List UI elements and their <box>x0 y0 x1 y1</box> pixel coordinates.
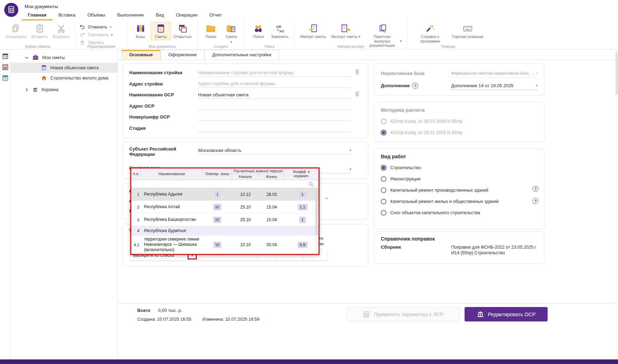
find-button[interactable]: Поиск <box>248 22 269 40</box>
question-icon[interactable]: ? <box>532 186 538 192</box>
subject-select[interactable]: Московская область ▾ <box>198 146 351 154</box>
import-button[interactable]: Импорт сметы <box>298 22 328 40</box>
stage-input[interactable] <box>198 125 351 130</box>
ribbon-tab-vid[interactable]: Вид <box>150 11 170 20</box>
question-icon[interactable]: ? <box>532 198 538 204</box>
popup-search-input[interactable] <box>131 180 307 188</box>
radio-unselected-icon[interactable] <box>381 187 386 193</box>
strip-opened-button[interactable] <box>1 74 9 82</box>
chevron-down-icon[interactable]: ▾ <box>111 33 113 37</box>
stroyka-address-input[interactable] <box>198 81 351 86</box>
edit-osr-button[interactable]: Редактировать ОСР <box>465 307 548 321</box>
popup-scrollbar[interactable] <box>315 189 318 253</box>
tree-item-trash[interactable]: Корзина <box>11 84 118 95</box>
apply-params-button[interactable]: Применить параметры к ЛСР <box>346 307 460 321</box>
corrections-card: Справочник поправок Сборник Поправки для… <box>374 231 544 264</box>
chevron-down-icon[interactable]: ▾ <box>400 39 402 43</box>
radio-unselected-icon[interactable] <box>381 176 386 182</box>
work-option-stroitelstvo[interactable]: Строительство <box>381 165 538 171</box>
popup-row-altay[interactable]: 2 Республика Алтай IV 25.10 15.04 1.1 <box>131 201 319 213</box>
method-option-2[interactable]: 421/пр в ред. от 23.01.2025 N 30/пр <box>381 130 538 135</box>
folder-icon <box>206 24 216 33</box>
chevron-down-icon: ▾ <box>349 148 351 152</box>
radio-selected-icon[interactable] <box>381 165 386 171</box>
new-smeta-icon <box>226 24 236 33</box>
tab-dop-nastroyki[interactable]: Дополнительные настройки <box>204 50 279 60</box>
tree-item-new-object-smeta[interactable]: Новая объектная смета <box>11 63 118 73</box>
building-icon <box>477 311 484 318</box>
radio-selected-icon[interactable] <box>381 130 386 135</box>
stroyka-name-input[interactable] <box>198 70 351 75</box>
tree-root-my-smety[interactable]: Мои сметы <box>11 52 118 63</box>
ribbon-tab-operacii[interactable]: Операции <box>170 11 203 20</box>
work-option-rekonstrukciya[interactable]: Реконструкция <box>381 176 538 182</box>
ribbon-tab-vstavka[interactable]: Вставка <box>52 11 81 20</box>
ribbon-tab-otchet[interactable]: Отчет <box>203 11 228 20</box>
hotkeys-button[interactable]: Горячие клавиши <box>449 22 486 40</box>
strip-bases-button[interactable] <box>1 52 9 60</box>
replace-button[interactable]: AB AC Заменить <box>269 22 291 40</box>
export-button[interactable]: Экспорт сметы ▾ <box>328 22 363 40</box>
paperclip-icon[interactable] <box>354 69 361 76</box>
region-picker-popup: п.п. Наименование Темпер. зоны Расчетный… <box>130 167 320 255</box>
tab-osnovnye[interactable]: Основные <box>121 50 160 60</box>
popup-row-adygeya[interactable]: 1 Республика Адыгея I 10.12 28.02 1 <box>131 188 319 201</box>
paperclip-icon[interactable] <box>354 91 361 98</box>
ribbon-tab-glavnaya[interactable]: Главная <box>22 11 52 20</box>
opened-button[interactable]: Открытые <box>171 22 194 40</box>
radio-unselected-icon[interactable] <box>381 119 386 124</box>
work-option-kapremont-proizv[interactable]: Капитальный ремонт производственных здан… <box>381 187 538 193</box>
strip-smety-button[interactable] <box>1 63 9 71</box>
osr-number-input[interactable] <box>198 114 351 120</box>
about-label: Справка о программе <box>413 34 447 43</box>
osr-address-input[interactable] <box>198 103 351 108</box>
popup-row-bashkortostan[interactable]: 3 Республика Башкортостан IV 25.10 10.04… <box>131 213 319 226</box>
toolbar-group-clipboard: Копировать Вставить Вырезать Буфер обмен… <box>0 20 76 49</box>
base-label: Нормативная база <box>381 71 451 76</box>
chevron-down-icon[interactable] <box>25 56 29 60</box>
work-option-snos[interactable]: Снос объектов капитального строительства <box>381 210 538 216</box>
form-row: Номер/шифр ОСР <box>129 111 362 123</box>
chevron-down-icon[interactable]: ▾ <box>359 35 360 38</box>
create-smeta-button[interactable]: Смета ▾ <box>221 22 241 45</box>
cut-button[interactable]: Вырезать <box>50 22 72 40</box>
popup-row-buryatiya-group[interactable]: 4 Республика Бурятия: <box>131 226 319 236</box>
bases-button[interactable]: Базы <box>130 22 151 40</box>
chevron-down-icon: ▾ <box>349 167 351 171</box>
ribbon-tab-obyomy[interactable]: Объёмы <box>81 11 111 20</box>
tree-item-label: Строительство жилого дома <box>50 76 108 81</box>
radio-unselected-icon[interactable] <box>381 199 386 204</box>
about-button[interactable]: Справка о программе <box>411 22 449 44</box>
help-group-label: Помощь <box>408 44 489 49</box>
hotkeys-label: Горячие клавиши <box>452 34 483 39</box>
radio-unselected-icon[interactable] <box>381 210 386 216</box>
redo-button[interactable]: Повторить ▾ <box>79 32 113 38</box>
help-wand-icon <box>425 24 435 33</box>
chevron-right-icon[interactable] <box>25 88 29 92</box>
tree-root-label: Мои сметы <box>42 55 65 60</box>
opened-label: Открытые <box>174 34 192 39</box>
window-scrollbar[interactable] <box>615 50 618 359</box>
hotkeys-icon <box>463 24 473 33</box>
popup-row-nizhneangarsk[interactable]: 4.1 территория севернее линии Нижнеангар… <box>131 236 319 254</box>
tree-item-housing-construction[interactable]: Строительство жилого дома <box>11 73 118 83</box>
tab-oformlenie[interactable]: Оформление <box>160 50 204 60</box>
addition-select[interactable]: Дополнение 14 от 19.05.2025 ▾ <box>451 82 538 90</box>
method-option-1[interactable]: 421/пр в ред. от 30.01.2024 N 55/пр <box>381 119 538 124</box>
paste-button[interactable]: Вставить <box>29 22 50 40</box>
ribbon-tab-vypolnenie[interactable]: Выполнение <box>111 11 150 20</box>
smety-button[interactable]: Сметы <box>151 22 171 40</box>
osr-name-input[interactable] <box>198 92 351 97</box>
chevron-down-icon[interactable]: ▾ <box>231 40 232 44</box>
create-group-label: Создать <box>197 44 245 49</box>
col-end-header: Конец <box>259 174 284 180</box>
base-select: Федеральная сметная нормативная база ФСН… <box>451 69 538 78</box>
total-value: 0,00 тыс. р. <box>158 308 182 313</box>
question-icon[interactable]: ? <box>412 83 418 89</box>
work-option-kapremont-zhilyh[interactable]: Капитальный ремонт жилых и общественных … <box>381 199 538 204</box>
undo-label: Отменить <box>88 25 107 30</box>
create-folder-button[interactable]: Папка <box>201 22 221 40</box>
chevron-down-icon[interactable]: ▾ <box>110 25 112 29</box>
undo-button[interactable]: Отменить ▾ <box>79 24 113 30</box>
copy-button[interactable]: Копировать <box>3 22 29 40</box>
